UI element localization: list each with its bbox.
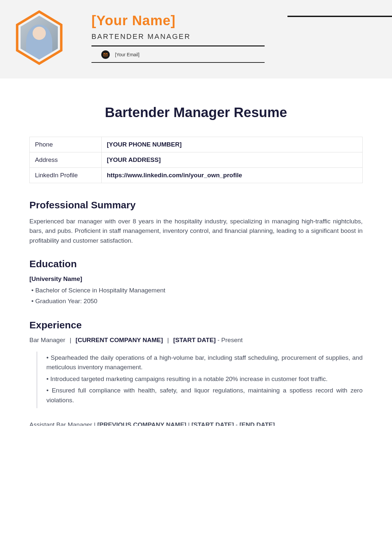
list-item: Introduced targeted marketing campaigns …: [45, 374, 363, 384]
candidate-role: BARTENDER MANAGER: [91, 32, 287, 41]
header-contact-row: [Your Email]: [91, 50, 287, 59]
experience-role: Bar Manager: [29, 337, 65, 343]
date-separator: -: [234, 421, 239, 426]
header-band: [Your Name] BARTENDER MANAGER [Your Emai…: [0, 0, 392, 78]
header-rule-top: [91, 45, 265, 46]
candidate-name: [Your Name]: [91, 13, 287, 28]
avatar-hexagon: [15, 10, 64, 65]
section-experience-heading: Experience: [29, 320, 363, 331]
header-rule-bottom: [91, 62, 265, 63]
experience-1-header: Bar Manager | [CURRENT COMPANY NAME] | […: [29, 337, 363, 344]
table-row: LinkedIn Profile https://www.linkedin.co…: [30, 168, 363, 183]
pipe-separator: |: [188, 421, 190, 426]
list-item: Spearheaded the daily operations of a hi…: [45, 353, 363, 372]
section-summary-heading: Professional Summary: [29, 200, 363, 211]
table-row: Phone [YOUR PHONE NUMBER]: [30, 137, 363, 152]
list-item: Ensured full compliance with health, saf…: [45, 386, 363, 405]
education-institution: [University Name]: [29, 275, 363, 283]
content-area: Bartender Manager Resume Phone [YOUR PHO…: [0, 78, 392, 426]
experience-role: Assistant Bar Manager: [29, 421, 92, 426]
date-separator: -: [216, 337, 221, 343]
contact-value: [YOUR ADDRESS]: [102, 152, 363, 168]
experience-start: [START DATE]: [191, 421, 234, 426]
experience-end: Present: [221, 337, 242, 343]
email-placeholder: [Your Email]: [115, 52, 139, 57]
contact-value: https://www.linkedin.com/in/your_own_pro…: [102, 168, 363, 183]
education-list: Bachelor of Science in Hospitality Manag…: [29, 285, 363, 306]
list-item: Graduation Year: 2050: [29, 296, 363, 306]
header-right-rule: [287, 16, 392, 17]
experience-2-header-cutoff: Assistant Bar Manager | [PREVIOUS COMPAN…: [29, 418, 363, 426]
contact-label: Address: [30, 152, 102, 168]
experience-end: [END DATE]: [239, 421, 275, 426]
contact-label: LinkedIn Profile: [30, 168, 102, 183]
list-item: Bachelor of Science in Hospitality Manag…: [29, 285, 363, 296]
experience-1-bullets: Spearheaded the daily operations of a hi…: [37, 352, 363, 408]
experience-start: [START DATE]: [173, 337, 216, 343]
experience-company: [CURRENT COMPANY NAME]: [75, 337, 163, 343]
pipe-separator: |: [94, 421, 95, 426]
contact-value: [YOUR PHONE NUMBER]: [102, 137, 363, 152]
summary-text: Experienced bar manager with over 8 year…: [29, 217, 363, 245]
contact-table: Phone [YOUR PHONE NUMBER] Address [YOUR …: [29, 137, 363, 183]
table-row: Address [YOUR ADDRESS]: [30, 152, 363, 168]
pipe-separator: |: [167, 337, 169, 343]
pipe-separator: |: [70, 337, 71, 343]
header-main: [Your Name] BARTENDER MANAGER [Your Emai…: [78, 13, 287, 63]
experience-company: [PREVIOUS COMPANY NAME]: [97, 421, 187, 426]
page-title: Bartender Manager Resume: [29, 105, 363, 120]
mail-icon: [101, 50, 110, 59]
section-education-heading: Education: [29, 258, 363, 269]
contact-label: Phone: [30, 137, 102, 152]
avatar-wrap: [0, 10, 78, 65]
